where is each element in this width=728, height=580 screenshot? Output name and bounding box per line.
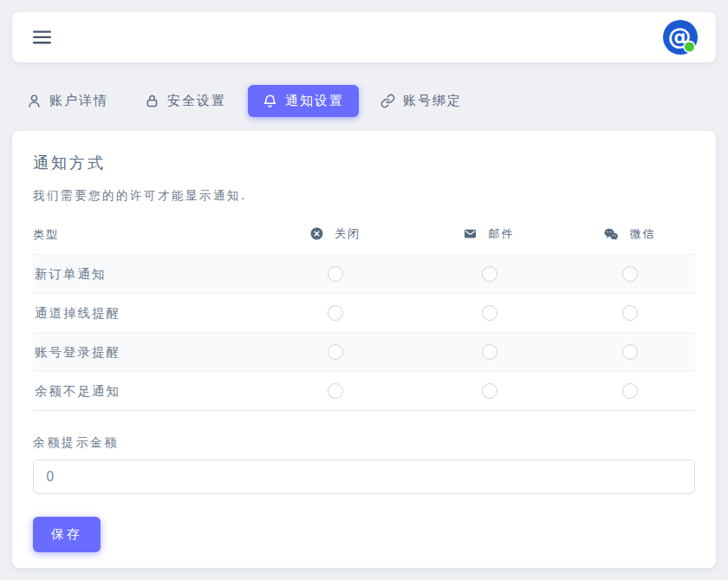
tab-account-details[interactable]: 账户详情 (12, 85, 123, 117)
bell-icon (263, 94, 277, 108)
column-header-mail: 邮件 (413, 221, 565, 255)
settings-tab-bar: 账户详情 安全设置 通知设置 账号绑定 (12, 85, 716, 117)
table-header-row: 类型 关闭 邮件 (33, 221, 695, 255)
column-header-wechat: 微信 (565, 221, 695, 255)
column-header-label: 关闭 (335, 227, 361, 240)
tab-account-binding[interactable]: 账号绑定 (366, 85, 477, 117)
mail-icon (464, 230, 482, 243)
row-label: 通道掉线提醒 (33, 294, 257, 333)
tab-security-settings[interactable]: 安全设置 (130, 85, 241, 117)
close-circle-icon (310, 230, 328, 243)
radio-button[interactable] (482, 266, 497, 282)
save-button[interactable]: 保存 (33, 517, 101, 552)
radio-button[interactable] (622, 266, 638, 282)
brand-logo: @ (662, 19, 699, 55)
link-icon (380, 94, 395, 108)
card-subtitle: 我们需要您的的许可才能显示通知. (33, 188, 695, 204)
radio-button[interactable] (482, 344, 497, 360)
radio-button[interactable] (622, 305, 638, 321)
radio-button[interactable] (622, 383, 638, 399)
table-row: 余额不足通知 (33, 372, 695, 411)
radio-button[interactable] (328, 383, 343, 399)
hamburger-icon (33, 30, 51, 44)
amount-input[interactable] (33, 459, 695, 494)
topbar: @ (12, 12, 716, 62)
notification-table: 类型 关闭 邮件 (33, 221, 695, 411)
tab-notification-settings[interactable]: 通知设置 (248, 85, 359, 117)
amount-field-label: 余额提示金额 (33, 435, 695, 451)
radio-button[interactable] (328, 305, 343, 321)
radio-button[interactable] (482, 383, 497, 399)
user-icon (27, 94, 42, 108)
radio-button[interactable] (328, 266, 343, 282)
table-row: 通道掉线提醒 (33, 294, 695, 333)
tab-label: 账号绑定 (403, 93, 462, 109)
row-label: 账号登录提醒 (33, 333, 257, 372)
radio-button[interactable] (482, 305, 497, 321)
tab-label: 安全设置 (167, 93, 226, 109)
column-header-label: 微信 (630, 227, 656, 240)
row-label: 新订单通知 (33, 255, 257, 294)
hamburger-menu-button[interactable] (29, 27, 55, 48)
wechat-icon (604, 230, 623, 243)
tab-label: 账户详情 (49, 93, 108, 109)
notification-settings-card: 通知方式 我们需要您的的许可才能显示通知. 类型 关闭 (12, 131, 716, 568)
column-header-type: 类型 (33, 221, 257, 255)
card-title: 通知方式 (33, 153, 695, 173)
column-header-label: 邮件 (489, 227, 515, 240)
table-row: 新订单通知 (33, 255, 695, 294)
lock-icon (145, 94, 159, 108)
row-label: 余额不足通知 (33, 372, 257, 411)
tab-label: 通知设置 (285, 93, 344, 109)
radio-button[interactable] (622, 344, 638, 360)
column-header-close: 关闭 (257, 221, 413, 255)
table-row: 账号登录提醒 (33, 333, 695, 372)
radio-button[interactable] (328, 344, 343, 360)
